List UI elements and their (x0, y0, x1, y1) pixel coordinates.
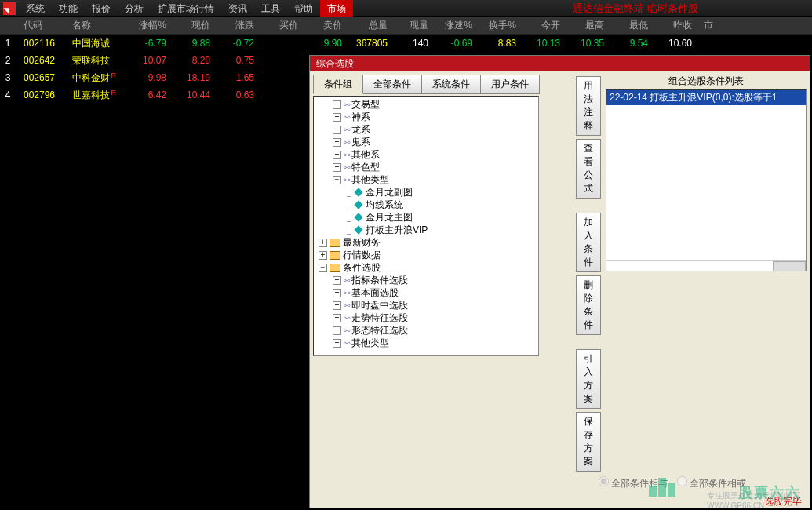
expand-icon[interactable]: + (319, 251, 327, 260)
expand-icon[interactable]: + (333, 301, 341, 310)
tree-item[interactable]: ⎯均线系统 (314, 199, 538, 211)
tree-item[interactable]: +⚯基本面选股 (314, 286, 538, 299)
link-icon: ⚯ (344, 176, 350, 184)
tree-item[interactable]: +⚯其他系 (314, 148, 538, 161)
expand-icon[interactable]: + (333, 163, 341, 172)
action-button-2[interactable]: 加入条件 (576, 213, 601, 272)
col-prev[interactable]: 昨收 (656, 19, 700, 32)
table-row[interactable]: 1002116中国海诚-6.799.88-0.729.90367805140-0… (0, 35, 812, 52)
tree-item[interactable]: −⚯其他类型 (314, 173, 538, 186)
col-pct[interactable]: 涨幅% (129, 19, 174, 32)
tree-item[interactable]: +行情数据 (314, 249, 538, 261)
menu-功能[interactable]: 功能 (52, 0, 85, 17)
col-cur[interactable]: 现量 (395, 19, 436, 32)
expand-icon[interactable]: + (333, 126, 341, 134)
menu-扩展市场行情[interactable]: 扩展市场行情 (151, 0, 221, 17)
action-button-0[interactable]: 用法注释 (576, 76, 601, 136)
action-button-1[interactable]: 查看公式 (576, 139, 601, 199)
radio-all-or[interactable]: 全部条件相或 (677, 476, 746, 490)
expand-icon[interactable]: + (333, 339, 341, 348)
menu-分析[interactable]: 分析 (118, 0, 151, 17)
menu-市场[interactable]: 市场 (320, 0, 353, 17)
expand-icon[interactable]: + (333, 326, 341, 335)
tree-item[interactable]: +最新财务 (314, 236, 538, 249)
expand-icon[interactable]: + (333, 289, 341, 297)
tree-item[interactable]: +⚯即时盘中选股 (314, 299, 538, 311)
folder-icon (330, 264, 340, 272)
col-code[interactable]: 代码 (24, 19, 72, 32)
expand-icon[interactable]: + (333, 151, 341, 159)
expand-icon[interactable]: + (333, 314, 341, 322)
link-icon: ⚯ (344, 126, 350, 134)
col-m[interactable]: 市 (700, 19, 721, 32)
col-chg[interactable]: 涨跌 (218, 19, 262, 32)
tab-3[interactable]: 用户条件 (480, 75, 540, 94)
link-icon: ⚯ (344, 314, 350, 322)
col-open[interactable]: 今开 (524, 19, 568, 32)
tree-item[interactable]: +⚯鬼系 (314, 136, 538, 148)
menu-帮助[interactable]: 帮助 (287, 0, 320, 17)
col-ask[interactable]: 卖价 (306, 19, 350, 32)
col-turn[interactable]: 换手% (480, 19, 524, 32)
link-icon: ⚯ (344, 339, 350, 348)
tree-item[interactable]: +⚯神系 (314, 111, 538, 123)
link-icon: ⚯ (344, 138, 350, 147)
tree-item[interactable]: +⚯其他类型 (314, 337, 538, 349)
selection-done: 选股完毕 (597, 495, 807, 508)
tab-0[interactable]: 条件组 (313, 75, 363, 94)
menu-工具[interactable]: 工具 (254, 0, 287, 17)
col-vol[interactable]: 总量 (350, 19, 395, 32)
expand-icon[interactable]: − (333, 176, 341, 184)
app-icon (3, 2, 16, 15)
tree-item[interactable]: +⚯特色型 (314, 161, 538, 173)
tab-1[interactable]: 全部条件 (362, 75, 422, 94)
link-icon: ⚯ (344, 163, 350, 172)
tree-item[interactable]: ⎯打板主升浪VIP (314, 224, 538, 236)
tree-item[interactable]: +⚯指标条件选股 (314, 274, 538, 286)
col-price[interactable]: 现价 (174, 19, 218, 32)
condition-tabs: 条件组全部条件系统条件用户条件 (313, 75, 573, 94)
action-button-4[interactable]: 引入方案 (576, 349, 601, 409)
tree-item[interactable]: +⚯形态特征选股 (314, 324, 538, 337)
action-buttons: 用法注释查看公式加入条件删除条件引入方案保存方案 (576, 75, 601, 472)
expand-icon[interactable]: + (333, 138, 341, 147)
cond-list-title: 组合选股条件列表 (606, 75, 807, 88)
action-button-5[interactable]: 保存方案 (576, 412, 601, 472)
col-speed[interactable]: 涨速% (436, 19, 480, 32)
tree-item[interactable]: +⚯交易型 (314, 98, 538, 111)
app-title: 通达信金融终端 临时条件股 (573, 2, 698, 16)
col-bid[interactable]: 买价 (262, 19, 306, 32)
menu-报价[interactable]: 报价 (85, 0, 118, 17)
link-icon: ⚯ (344, 301, 350, 310)
scrollbar-horizontal[interactable] (606, 260, 806, 271)
folder-icon (330, 251, 340, 260)
link-icon: ⚯ (344, 151, 350, 159)
link-icon: ⚯ (344, 326, 350, 335)
expand-icon[interactable]: + (333, 276, 341, 285)
expand-icon[interactable]: + (333, 100, 341, 109)
col-high[interactable]: 最高 (568, 19, 612, 32)
link-icon: ⚯ (344, 113, 350, 122)
condition-tree[interactable]: +⚯交易型+⚯神系+⚯龙系+⚯鬼系+⚯其他系+⚯特色型−⚯其他类型⎯金月龙副图⎯… (313, 96, 539, 356)
expand-icon[interactable]: + (333, 113, 341, 122)
col-low[interactable]: 最低 (612, 19, 656, 32)
menu-系统[interactable]: 系统 (19, 0, 52, 17)
expand-icon[interactable]: − (319, 264, 327, 272)
condition-list-item[interactable]: 22-02-14 打板主升浪VIP(0,0):选股等于1 (606, 90, 806, 105)
stock-selector-dialog: 综合选股 条件组全部条件系统条件用户条件 +⚯交易型+⚯神系+⚯龙系+⚯鬼系+⚯… (309, 55, 810, 508)
tab-2[interactable]: 系统条件 (421, 75, 481, 94)
link-icon: ⚯ (344, 100, 350, 109)
col-name[interactable]: 名称 (72, 19, 129, 32)
tree-item[interactable]: −条件选股 (314, 261, 538, 274)
tree-item[interactable]: +⚯走势特征选股 (314, 311, 538, 324)
tree-item[interactable]: +⚯龙系 (314, 123, 538, 136)
tree-item[interactable]: ⎯金月龙副图 (314, 186, 538, 199)
folder-icon (330, 239, 340, 247)
condition-list[interactable]: 22-02-14 打板主升浪VIP(0,0):选股等于1 (606, 89, 807, 271)
action-button-3[interactable]: 删除条件 (576, 275, 601, 335)
menu-bar: 系统功能报价分析扩展市场行情资讯工具帮助市场 通达信金融终端 临时条件股 (0, 0, 812, 17)
menu-资讯[interactable]: 资讯 (221, 0, 254, 17)
tree-item[interactable]: ⎯金月龙主图 (314, 211, 538, 224)
link-icon: ⚯ (344, 289, 350, 297)
expand-icon[interactable]: + (319, 239, 327, 247)
